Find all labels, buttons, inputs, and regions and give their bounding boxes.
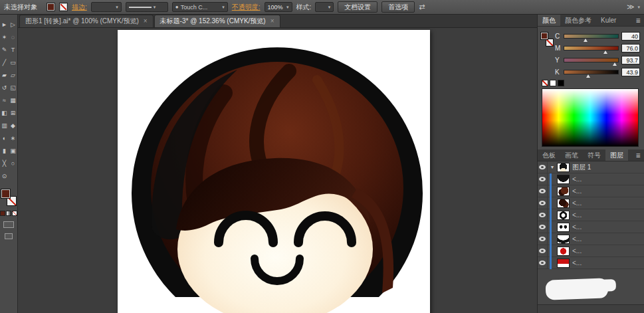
layer-row[interactable]: <... (538, 209, 644, 221)
layer-row[interactable]: <... (538, 257, 644, 269)
visibility-toggle[interactable] (538, 233, 548, 245)
color-panel-tab-2[interactable]: Kuler (596, 15, 621, 26)
slider-thumb[interactable] (586, 74, 590, 78)
artboard[interactable] (118, 30, 430, 313)
canvas-pasteboard[interactable] (18, 28, 537, 313)
panel-menu-icon[interactable]: ≣ (632, 15, 644, 26)
document-tab-0[interactable]: 图形1 [转换].ai* @ 100% (CMYK/预览)× (19, 15, 154, 27)
color-spectrum[interactable] (542, 88, 639, 147)
none-mode-icon[interactable] (12, 211, 17, 216)
mesh-tool[interactable]: ⊞ (9, 106, 17, 119)
color-panel-fill-stroke[interactable] (540, 32, 554, 47)
preferences-button[interactable]: 首选项 (381, 1, 415, 13)
channel-slider[interactable] (564, 46, 619, 51)
screen-mode-icon[interactable] (5, 233, 13, 239)
color-panel-tab-1[interactable]: 颜色参考 (560, 15, 596, 26)
visibility-toggle[interactable] (538, 173, 548, 185)
fill-proxy-swatch[interactable] (540, 32, 548, 40)
document-tab-1[interactable]: 未标题-3* @ 152.36% (CMYK/预览)× (154, 15, 280, 27)
paintbrush-tool[interactable]: ▰ (0, 68, 9, 81)
gradient-tool-icon: ▥ (1, 122, 7, 129)
dock-panel-tab-2[interactable]: 符号 (583, 150, 605, 161)
layer-row[interactable]: <... (538, 221, 644, 233)
rotate-tool[interactable]: ↺ (0, 81, 9, 94)
black-swatch[interactable] (558, 80, 564, 86)
visibility-toggle[interactable] (538, 209, 548, 221)
fill-color-swatch[interactable] (47, 3, 55, 11)
layer-row[interactable]: <... (538, 245, 644, 257)
scale-tool[interactable]: ◱ (9, 81, 17, 94)
layer-row[interactable]: <... (538, 233, 644, 245)
visibility-toggle[interactable] (538, 221, 548, 233)
lasso-tool[interactable]: ◌ (9, 31, 17, 43)
channel-value-field[interactable]: 43.9 (621, 68, 640, 76)
channel-value-field[interactable]: 93.7 (621, 56, 640, 64)
layer-row[interactable]: <... (538, 197, 644, 209)
opacity-dropdown[interactable]: 100% ▾ (265, 2, 292, 12)
expand-triangle-icon[interactable]: ▼ (548, 165, 557, 169)
slider-thumb[interactable] (613, 62, 617, 66)
artboard-tool[interactable]: ▣ (9, 144, 17, 157)
zoom-tool[interactable]: ⊙ (0, 169, 9, 182)
channel-slider[interactable] (564, 34, 619, 39)
opacity-link[interactable]: 不透明度: (232, 3, 261, 12)
close-icon[interactable]: × (144, 18, 148, 25)
draw-mode-icon[interactable] (3, 221, 14, 228)
blend-tool[interactable]: ◐ (0, 132, 9, 144)
layer-row[interactable]: <... (538, 173, 644, 185)
color-panel-tab-0[interactable]: 颜色 (538, 15, 560, 26)
gradient-tool[interactable]: ▥ (0, 119, 9, 132)
dock-panel-tab-0[interactable]: 色板 (538, 150, 560, 161)
visibility-toggle[interactable] (538, 197, 548, 209)
magic-wand-tool[interactable]: ✶ (0, 31, 9, 43)
none-swatch[interactable] (542, 80, 548, 86)
variable-width-profile-dropdown[interactable]: ▾ (126, 2, 168, 12)
workspace-switcher-icon[interactable]: ≫ (627, 3, 635, 11)
style-dropdown[interactable]: ▾ (315, 2, 334, 12)
chevron-down-icon[interactable]: ▾ (637, 5, 640, 9)
slider-thumb[interactable] (584, 39, 588, 42)
column-graph-tool[interactable]: ▮ (0, 144, 9, 157)
visibility-toggle[interactable] (538, 257, 548, 268)
type-tool[interactable]: T (9, 43, 17, 56)
stroke-weight-dropdown[interactable]: ▾ (91, 2, 122, 12)
gradient-mode-icon[interactable] (6, 211, 11, 216)
visibility-toggle[interactable] (538, 185, 548, 197)
layer-name: <... (572, 235, 582, 243)
free-transform-tool[interactable]: ▦ (9, 94, 17, 106)
channel-slider[interactable] (564, 58, 619, 62)
document-setup-button[interactable]: 文档设置 (338, 1, 377, 13)
dock-panel-tab-3[interactable]: 图层 (605, 150, 628, 161)
channel-value-field[interactable]: 76.0 (621, 44, 640, 52)
fill-proxy-swatch[interactable] (1, 189, 11, 199)
channel-value-field[interactable]: 40 (621, 32, 640, 41)
layer-row-group[interactable]: ▼图层 1 (538, 161, 644, 173)
eyedropper-tool[interactable]: ◆ (9, 119, 17, 132)
color-mode-icon[interactable] (0, 211, 5, 216)
rectangle-tool[interactable]: ▭ (9, 56, 17, 68)
selection-tool[interactable]: ► (0, 18, 9, 31)
channel-slider[interactable] (564, 70, 619, 74)
brush-definition-dropdown[interactable]: ● Touch C... ▾ (172, 2, 228, 12)
dock-panel-tab-1[interactable]: 画笔 (560, 150, 583, 161)
fill-stroke-proxy[interactable] (1, 189, 17, 206)
width-tool[interactable]: ≈ (0, 94, 9, 106)
slider-thumb[interactable] (603, 51, 607, 54)
close-icon[interactable]: × (270, 18, 274, 25)
visibility-toggle[interactable] (538, 161, 548, 173)
stroke-link[interactable]: 描边: (72, 3, 87, 12)
symbol-sprayer-tool[interactable]: ∗ (9, 132, 17, 144)
white-swatch[interactable] (550, 80, 556, 86)
panel-menu-icon[interactable]: ≣ (632, 150, 644, 161)
align-options-icon[interactable]: ⇄ (419, 3, 425, 11)
hand-tool[interactable]: ○ (9, 157, 17, 169)
visibility-toggle[interactable] (538, 245, 548, 257)
layer-row[interactable]: <... (538, 185, 644, 197)
shape-builder-tool[interactable]: ◧ (0, 106, 9, 119)
line-segment-tool[interactable]: ╱ (0, 56, 9, 68)
pen-tool[interactable]: ✎ (0, 43, 9, 56)
pencil-tool[interactable]: ▱ (9, 68, 17, 81)
direct-selection-tool[interactable]: ▷ (9, 18, 17, 31)
slice-tool[interactable]: ╳ (0, 157, 9, 169)
stroke-color-swatch[interactable] (59, 3, 68, 11)
